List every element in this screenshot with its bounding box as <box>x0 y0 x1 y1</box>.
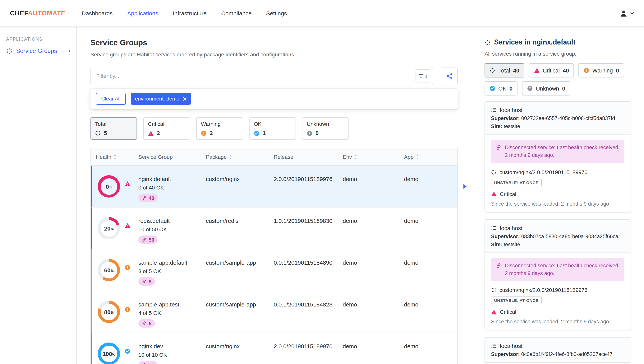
sidebar-item-service-groups[interactable]: Service Groups <box>6 48 71 55</box>
site-value: testsite <box>504 124 520 129</box>
pill-label: Total <box>498 67 510 74</box>
main-content: Service Groups Service groups are Habita… <box>77 27 472 364</box>
content-row: APPLICATIONS Service Groups Service Grou… <box>0 27 644 364</box>
package-cell: custom/nginx <box>206 166 274 207</box>
pill-ok[interactable]: OK0 <box>484 81 518 96</box>
total-icon <box>490 68 495 73</box>
health-percent: 0 <box>106 183 109 190</box>
status-card-ok[interactable]: OK 1 <box>249 117 296 140</box>
pill-label: OK <box>498 85 506 92</box>
service-group-cell: nginx.default 0 of 40 OK 40 <box>138 166 206 207</box>
service-group-cell: redis.default 10 of 50 OK 50 <box>138 207 206 249</box>
sidebar-item-label: Service Groups <box>16 48 57 55</box>
ok-count-text: 10 of 10 OK <box>138 352 206 358</box>
pill-label: Warning <box>592 67 613 74</box>
nav-settings[interactable]: Settings <box>266 10 287 17</box>
nav-infrastructure[interactable]: Infrastructure <box>173 10 206 17</box>
link-icon <box>142 279 146 284</box>
filter-input[interactable] <box>91 67 358 85</box>
filter-button[interactable]: 1 <box>416 70 430 83</box>
column-header-package[interactable]: Package <box>206 154 274 160</box>
svg-text:?: ? <box>529 87 531 90</box>
filter-icon <box>418 73 424 79</box>
pill-label: Unknown <box>536 85 559 92</box>
health-percent: 20 <box>104 225 110 231</box>
disconnected-count-badge: 50 <box>138 235 158 244</box>
share-button[interactable] <box>441 68 458 84</box>
status-card-count: 2 <box>210 130 213 136</box>
close-icon[interactable] <box>183 97 187 101</box>
package-cell: custom/redis <box>206 207 274 249</box>
status-card-unknown[interactable]: Unknown ?0 <box>302 117 349 140</box>
column-header-app[interactable]: App <box>404 154 457 160</box>
health-cell: 60% <box>96 249 138 291</box>
service-since-text: Since the service was loaded, 2 months 9… <box>491 319 624 324</box>
disconnected-notice: Disconnected service: Last health check … <box>491 258 624 281</box>
service-status-pills: Total40 Critical40 Warning0 OK0 <box>484 63 631 96</box>
service-package: custom/nginx/2.0.0/20190115189976 <box>491 287 624 293</box>
column-label: App <box>404 154 414 160</box>
user-menu[interactable] <box>620 9 634 18</box>
disconnected-count-badge: 40 <box>138 194 158 202</box>
service-group-row-nginx-default[interactable]: 0% nginx.default 0 of 40 OK 40 custom/ng… <box>91 166 457 207</box>
status-card-count: 5 <box>104 130 107 136</box>
host-name: localhost <box>500 225 522 231</box>
column-header-env[interactable]: Env <box>343 154 404 160</box>
app-cell: demo <box>404 291 457 332</box>
pill-warning[interactable]: Warning0 <box>578 63 624 78</box>
sort-icon <box>416 154 419 159</box>
host-list-icon <box>491 343 497 349</box>
service-group-row-sample-app-default[interactable]: 60% sample-app.default 3 of 5 OK 5 custo… <box>91 249 457 291</box>
services-panel-title: Services in nginx.default <box>484 38 631 47</box>
status-card-label: Unknown <box>307 121 344 127</box>
nav-dashboards[interactable]: Dashboards <box>82 10 113 17</box>
site-value: testsite <box>504 241 520 247</box>
svg-text:?: ? <box>308 131 310 135</box>
supervisor-id: 0c0a6b1f-f9f2-4fe6-8fb0-ad05207ace47 <box>521 351 612 357</box>
column-label: Package <box>206 154 227 160</box>
service-health-label: Critical <box>500 309 516 315</box>
service-cards: localhost Supervisor: 002732ee-6557-405c… <box>484 101 631 363</box>
filter-chip-label: environment: demo <box>135 96 180 102</box>
nav-compliance[interactable]: Compliance <box>221 10 252 17</box>
service-group-row-nginx-dev[interactable]: 100% nginx.dev 10 of 10 OK 10 custom/ngi… <box>91 333 457 364</box>
chef-automate-logo[interactable]: CHEFAUTOMATE <box>10 10 66 17</box>
pill-unknown[interactable]: ? Unknown0 <box>522 81 570 96</box>
clear-all-button[interactable]: Clear All <box>96 93 126 105</box>
pill-critical[interactable]: Critical40 <box>529 63 574 78</box>
service-card: localhost Supervisor: 0c0a6b1f-f9f2-4fe6… <box>484 337 631 363</box>
env-cell: demo <box>343 333 404 364</box>
chevron-down-icon <box>630 12 634 15</box>
status-card-count: 1 <box>262 130 266 136</box>
env-cell: demo <box>343 291 404 332</box>
logo-automate: AUTOMATE <box>28 10 66 17</box>
critical-icon <box>491 191 497 197</box>
host-name: localhost <box>500 107 522 113</box>
supervisor-id: 083b07ca-5830-4a8d-be0a-9034a25f66ca <box>521 233 618 239</box>
service-group-name: sample-app.test <box>138 301 206 308</box>
pill-total[interactable]: Total40 <box>484 63 524 78</box>
ok-count-text: 3 of 5 OK <box>138 268 206 274</box>
service-group-cell: sample-app.test 4 of 5 OK 5 <box>138 291 206 332</box>
supervisor-label: Supervisor: <box>491 233 520 239</box>
service-group-row-redis-default[interactable]: 20% redis.default 10 of 50 OK 50 custom/… <box>91 207 457 249</box>
health-percent: 60 <box>104 267 110 273</box>
filter-chip-environment-demo[interactable]: environment: demo <box>131 93 191 105</box>
health-donut: 80% <box>98 301 120 323</box>
service-icon <box>491 287 496 293</box>
status-card-warning[interactable]: Warning 2 <box>196 117 243 140</box>
link-icon <box>496 145 502 150</box>
service-group-row-sample-app-test[interactable]: 80% sample-app.test 4 of 5 OK 5 custom/s… <box>91 291 457 333</box>
release-cell: 0.0.1/20190115184823 <box>274 291 343 332</box>
status-filter-cards: Total 5 Critical 2 Warning 2 OK 1 Unknow… <box>90 117 457 140</box>
top-navbar: CHEFAUTOMATE Dashboards Applications Inf… <box>0 0 644 27</box>
sort-icon <box>354 154 357 159</box>
status-card-total[interactable]: Total 5 <box>90 117 137 140</box>
column-header-health[interactable]: Health <box>96 154 138 160</box>
nav-applications[interactable]: Applications <box>127 10 158 17</box>
status-card-critical[interactable]: Critical 2 <box>143 117 190 140</box>
package-cell: custom/sample-app <box>206 249 274 291</box>
total-icon <box>95 130 101 136</box>
health-donut: 0% <box>98 175 120 198</box>
pill-count: 0 <box>510 85 512 92</box>
